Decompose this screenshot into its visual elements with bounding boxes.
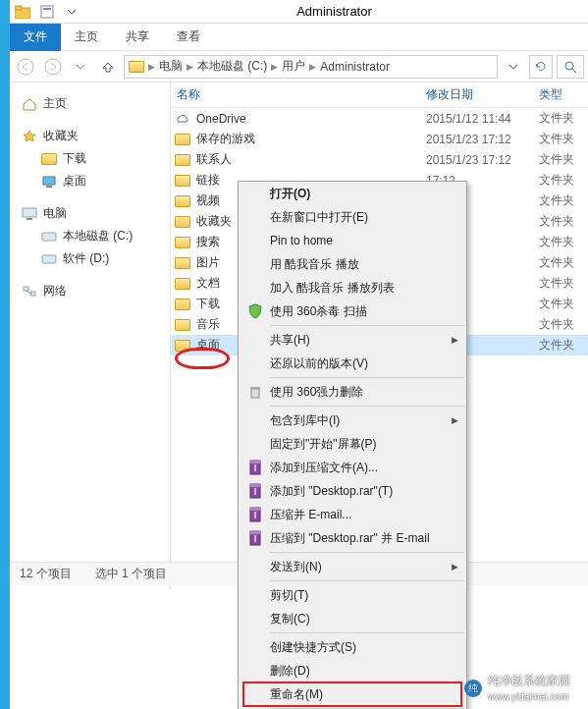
table-row[interactable]: 保存的游戏2015/1/23 17:12文件夹 bbox=[171, 129, 588, 149]
menu-item[interactable]: 发送到(N)▶ bbox=[239, 555, 466, 578]
computer-icon bbox=[22, 206, 37, 222]
menu-item[interactable]: 复制(C) bbox=[239, 607, 466, 630]
chevron-right-icon: ▶ bbox=[309, 62, 316, 72]
chevron-right-icon: ▶ bbox=[452, 335, 458, 345]
menu-item[interactable]: 重命名(M) bbox=[239, 682, 466, 706]
file-type: 文件夹 bbox=[539, 151, 588, 168]
menu-icon bbox=[244, 459, 266, 476]
menu-item[interactable]: 共享(H)▶ bbox=[239, 328, 466, 352]
folder-icon bbox=[175, 297, 190, 312]
menu-label: 包含到库中(I) bbox=[270, 412, 340, 429]
column-type[interactable]: 类型 bbox=[539, 86, 588, 103]
menu-icon bbox=[244, 302, 266, 320]
sidebar-item-drive-d[interactable]: 软件 (D:) bbox=[14, 247, 166, 270]
menu-label: 压缩到 "Desktop.rar" 并 E-mail bbox=[270, 530, 430, 547]
chevron-right-icon: ▶ bbox=[452, 562, 458, 572]
menu-separator bbox=[270, 632, 464, 633]
menu-icon bbox=[244, 208, 266, 226]
back-button[interactable] bbox=[14, 55, 37, 79]
properties-icon[interactable] bbox=[36, 1, 58, 23]
menu-item[interactable]: 还原以前的版本(V) bbox=[239, 352, 466, 375]
menu-item[interactable]: 剪切(T) bbox=[239, 583, 466, 607]
tab-file[interactable]: 文件 bbox=[10, 24, 61, 51]
watermark-brand: 纯净版系统家园 bbox=[488, 674, 570, 687]
crumb-users[interactable]: 用户 bbox=[282, 58, 305, 75]
file-type: 文件夹 bbox=[539, 337, 588, 354]
folder-icon bbox=[175, 255, 190, 271]
svg-rect-9 bbox=[46, 186, 52, 188]
column-headers: 名称 修改日期 类型 bbox=[171, 82, 588, 108]
sidebar-item-network[interactable]: 网络 bbox=[14, 280, 166, 302]
folder-icon bbox=[12, 1, 33, 23]
search-input[interactable] bbox=[557, 55, 584, 79]
menu-item[interactable]: 加入 酷我音乐 播放列表 bbox=[239, 276, 466, 300]
menu-icon bbox=[244, 506, 266, 523]
file-type: 文件夹 bbox=[539, 316, 588, 333]
sidebar-item-computer[interactable]: 电脑 bbox=[14, 202, 166, 225]
sidebar-item-label: 桌面 bbox=[63, 173, 86, 190]
chevron-right-icon: ▶ bbox=[187, 62, 193, 72]
menu-item[interactable]: 压缩并 E-mail... bbox=[239, 503, 466, 526]
sidebar-item-drive-c[interactable]: 本地磁盘 (C:) bbox=[14, 225, 166, 247]
menu-separator bbox=[270, 325, 464, 326]
table-row[interactable]: 联系人2015/1/23 17:12文件夹 bbox=[171, 149, 588, 170]
tab-home[interactable]: 主页 bbox=[61, 24, 112, 51]
folder-icon bbox=[175, 214, 190, 230]
menu-item[interactable]: 包含到库中(I)▶ bbox=[239, 409, 466, 432]
column-name[interactable]: 名称 bbox=[175, 86, 426, 103]
tab-view[interactable]: 查看 bbox=[163, 24, 214, 51]
file-name: 视频 bbox=[196, 192, 220, 209]
forward-button[interactable] bbox=[41, 55, 65, 79]
menu-item[interactable]: 用 酷我音乐 播放 bbox=[239, 252, 466, 276]
sidebar-item-downloads[interactable]: 下载 bbox=[14, 147, 166, 170]
file-name: 链接 bbox=[196, 172, 220, 189]
quick-access-toolbar bbox=[12, 1, 82, 23]
sidebar-item-desktop[interactable]: 桌面 bbox=[14, 170, 166, 192]
folder-icon bbox=[175, 173, 190, 189]
file-name: 联系人 bbox=[196, 151, 232, 168]
svg-rect-27 bbox=[254, 512, 256, 518]
breadcrumb[interactable]: ▶ 电脑 ▶ 本地磁盘 (C:) ▶ 用户 ▶ Administrator bbox=[124, 55, 498, 79]
menu-icon bbox=[244, 638, 266, 656]
chevron-right-icon: ▶ bbox=[271, 62, 278, 72]
drive-icon bbox=[41, 251, 57, 267]
menu-label: 添加到 "Desktop.rar"(T) bbox=[270, 483, 393, 500]
svg-rect-29 bbox=[250, 531, 260, 534]
menu-label: 剪切(T) bbox=[270, 587, 308, 604]
ribbon: 文件 主页 共享 查看 bbox=[10, 24, 588, 51]
menu-item[interactable]: 删除(D) bbox=[239, 659, 466, 682]
column-date[interactable]: 修改日期 bbox=[426, 86, 539, 103]
table-row[interactable]: OneDrive2015/1/12 11:44文件夹 bbox=[171, 108, 588, 129]
sidebar-item-home[interactable]: 主页 bbox=[14, 92, 166, 115]
menu-item[interactable]: 添加到 "Desktop.rar"(T) bbox=[239, 479, 466, 503]
menu-item[interactable]: 固定到"开始"屏幕(P) bbox=[239, 432, 466, 456]
recent-dropdown[interactable] bbox=[69, 55, 92, 79]
menu-item[interactable]: 添加到压缩文件(A)... bbox=[239, 456, 466, 479]
menu-item[interactable]: 压缩到 "Desktop.rar" 并 E-mail bbox=[239, 526, 466, 550]
sidebar-item-label: 本地磁盘 (C:) bbox=[63, 228, 133, 245]
menu-item[interactable]: 在新窗口中打开(E) bbox=[239, 205, 466, 229]
file-type: 文件夹 bbox=[539, 110, 588, 127]
refresh-button[interactable] bbox=[529, 55, 553, 79]
crumb-drive-c[interactable]: 本地磁盘 (C:) bbox=[197, 58, 267, 75]
history-dropdown[interactable] bbox=[502, 55, 525, 79]
folder-icon bbox=[175, 132, 190, 147]
menu-icon bbox=[244, 558, 266, 575]
up-button[interactable] bbox=[96, 55, 120, 79]
menu-item[interactable]: 打开(O) bbox=[239, 182, 466, 205]
menu-separator bbox=[270, 552, 464, 553]
sidebar-item-label: 收藏夹 bbox=[43, 128, 79, 144]
menu-icon bbox=[244, 586, 266, 604]
crumb-computer[interactable]: 电脑 bbox=[159, 58, 183, 75]
dropdown-icon[interactable] bbox=[61, 1, 82, 23]
menu-label: 创建快捷方式(S) bbox=[270, 639, 356, 656]
sidebar-item-favorites[interactable]: 收藏夹 bbox=[14, 125, 166, 147]
crumb-administrator[interactable]: Administrator bbox=[320, 60, 390, 74]
tab-share[interactable]: 共享 bbox=[112, 24, 163, 51]
svg-rect-21 bbox=[254, 464, 256, 471]
menu-item[interactable]: Pin to home bbox=[239, 229, 466, 252]
menu-item[interactable]: 创建快捷方式(S) bbox=[239, 635, 466, 659]
menu-item[interactable]: 使用 360杀毒 扫描 bbox=[239, 300, 466, 323]
menu-icon bbox=[244, 482, 266, 500]
menu-item[interactable]: 使用 360强力删除 bbox=[239, 380, 466, 404]
